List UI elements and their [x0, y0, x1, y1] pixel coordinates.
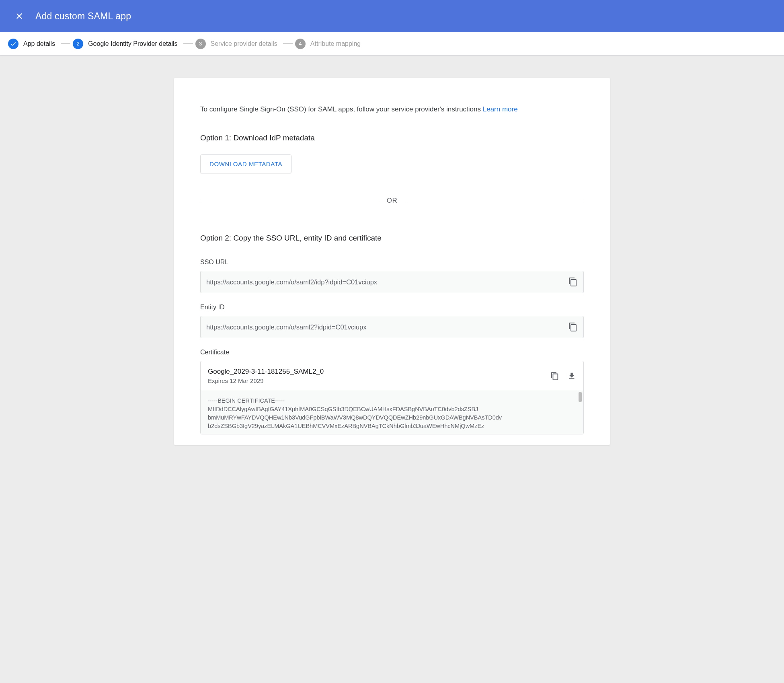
certificate-expires: Expires 12 Mar 2029 [208, 377, 550, 384]
certificate-header: Google_2029-3-11-181255_SAML2_0 Expires … [201, 361, 583, 390]
sso-url-label: SSO URL [200, 259, 584, 266]
certificate-label: Certificate [200, 349, 584, 356]
option1-title: Option 1: Download IdP metadata [200, 134, 584, 142]
download-metadata-button[interactable]: DOWNLOAD METADATA [200, 154, 291, 173]
step-connector [283, 43, 293, 44]
copy-icon[interactable] [550, 372, 559, 381]
step-number: 4 [295, 39, 306, 49]
step-check-icon [8, 39, 18, 49]
stepper: App details 2 Google Identity Provider d… [0, 32, 784, 56]
divider-line [200, 201, 378, 201]
step-app-details[interactable]: App details [8, 39, 55, 49]
entity-id-box: https://accounts.google.com/o/saml2?idpi… [200, 316, 584, 338]
learn-more-link[interactable]: Learn more [483, 105, 518, 113]
certificate-body[interactable]: -----BEGIN CERTIFICATE----- MIIDdDCCAlyg… [201, 390, 583, 434]
modal-header: Add custom SAML app [0, 0, 784, 32]
sso-url-field: SSO URL https://accounts.google.com/o/sa… [200, 259, 584, 293]
step-google-idp[interactable]: 2 Google Identity Provider details [73, 39, 177, 49]
close-icon [14, 11, 24, 21]
entity-id-field: Entity ID https://accounts.google.com/o/… [200, 304, 584, 338]
step-number: 3 [195, 39, 206, 49]
header-title: Add custom SAML app [35, 11, 131, 22]
download-icon[interactable] [567, 372, 576, 381]
step-attribute-mapping[interactable]: 4 Attribute mapping [295, 39, 361, 49]
step-label: Service provider details [211, 40, 277, 47]
copy-icon[interactable] [568, 277, 578, 287]
step-label: App details [23, 40, 55, 47]
option2-title: Option 2: Copy the SSO URL, entity ID an… [200, 234, 584, 243]
step-service-provider[interactable]: 3 Service provider details [195, 39, 277, 49]
divider-line [406, 201, 584, 201]
certificate-name: Google_2029-3-11-181255_SAML2_0 [208, 368, 550, 376]
close-button[interactable] [10, 6, 29, 26]
step-label: Google Identity Provider details [88, 40, 177, 47]
certificate-field: Certificate Google_2029-3-11-181255_SAML… [200, 349, 584, 434]
step-number: 2 [73, 39, 83, 49]
step-connector [183, 43, 193, 44]
step-connector [61, 43, 70, 44]
or-text: OR [387, 197, 398, 205]
certificate-text: -----BEGIN CERTIFICATE----- MIIDdDCCAlyg… [208, 397, 502, 429]
page-body: To configure Single Sign-On (SSO) for SA… [0, 56, 784, 445]
copy-icon[interactable] [568, 322, 578, 332]
certificate-box: Google_2029-3-11-181255_SAML2_0 Expires … [200, 361, 584, 434]
entity-id-value: https://accounts.google.com/o/saml2?idpi… [206, 323, 367, 331]
sso-url-box: https://accounts.google.com/o/saml2/idp?… [200, 271, 584, 293]
idp-details-card: To configure Single Sign-On (SSO) for SA… [174, 78, 610, 445]
or-divider: OR [200, 197, 584, 205]
sso-url-value: https://accounts.google.com/o/saml2/idp?… [206, 278, 377, 286]
intro-text-content: To configure Single Sign-On (SSO) for SA… [200, 105, 483, 113]
entity-id-label: Entity ID [200, 304, 584, 311]
intro-text: To configure Single Sign-On (SSO) for SA… [200, 105, 584, 113]
step-label: Attribute mapping [310, 40, 361, 47]
scrollbar-thumb[interactable] [579, 392, 582, 402]
